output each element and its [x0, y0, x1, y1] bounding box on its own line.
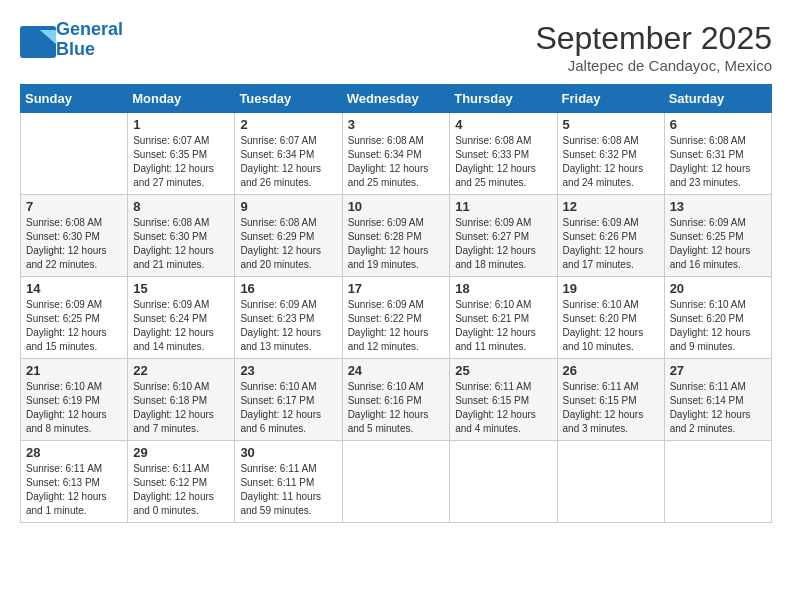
location-subtitle: Jaltepec de Candayoc, Mexico [535, 57, 772, 74]
calendar-cell: 20Sunrise: 6:10 AM Sunset: 6:20 PM Dayli… [664, 277, 771, 359]
day-number: 24 [348, 363, 445, 378]
day-info: Sunrise: 6:07 AM Sunset: 6:34 PM Dayligh… [240, 134, 336, 190]
calendar-cell: 8Sunrise: 6:08 AM Sunset: 6:30 PM Daylig… [128, 195, 235, 277]
calendar-cell: 7Sunrise: 6:08 AM Sunset: 6:30 PM Daylig… [21, 195, 128, 277]
day-info: Sunrise: 6:08 AM Sunset: 6:34 PM Dayligh… [348, 134, 445, 190]
calendar-cell: 12Sunrise: 6:09 AM Sunset: 6:26 PM Dayli… [557, 195, 664, 277]
day-number: 3 [348, 117, 445, 132]
calendar-cell: 10Sunrise: 6:09 AM Sunset: 6:28 PM Dayli… [342, 195, 450, 277]
day-number: 23 [240, 363, 336, 378]
logo: General Blue [20, 20, 123, 60]
day-info: Sunrise: 6:10 AM Sunset: 6:17 PM Dayligh… [240, 380, 336, 436]
day-number: 28 [26, 445, 122, 460]
calendar-table: SundayMondayTuesdayWednesdayThursdayFrid… [20, 84, 772, 523]
header-monday: Monday [128, 85, 235, 113]
calendar-cell: 26Sunrise: 6:11 AM Sunset: 6:15 PM Dayli… [557, 359, 664, 441]
calendar-cell: 9Sunrise: 6:08 AM Sunset: 6:29 PM Daylig… [235, 195, 342, 277]
day-number: 18 [455, 281, 551, 296]
calendar-cell: 23Sunrise: 6:10 AM Sunset: 6:17 PM Dayli… [235, 359, 342, 441]
calendar-cell [21, 113, 128, 195]
day-number: 5 [563, 117, 659, 132]
day-info: Sunrise: 6:09 AM Sunset: 6:25 PM Dayligh… [26, 298, 122, 354]
day-info: Sunrise: 6:09 AM Sunset: 6:24 PM Dayligh… [133, 298, 229, 354]
day-number: 11 [455, 199, 551, 214]
day-number: 15 [133, 281, 229, 296]
day-number: 8 [133, 199, 229, 214]
calendar-cell: 18Sunrise: 6:10 AM Sunset: 6:21 PM Dayli… [450, 277, 557, 359]
calendar-cell [342, 441, 450, 523]
month-title: September 2025 [535, 20, 772, 57]
logo-general: General [56, 19, 123, 39]
day-info: Sunrise: 6:11 AM Sunset: 6:12 PM Dayligh… [133, 462, 229, 518]
day-number: 9 [240, 199, 336, 214]
calendar-cell: 19Sunrise: 6:10 AM Sunset: 6:20 PM Dayli… [557, 277, 664, 359]
calendar-cell: 2Sunrise: 6:07 AM Sunset: 6:34 PM Daylig… [235, 113, 342, 195]
day-info: Sunrise: 6:09 AM Sunset: 6:27 PM Dayligh… [455, 216, 551, 272]
header-tuesday: Tuesday [235, 85, 342, 113]
day-number: 22 [133, 363, 229, 378]
calendar-cell: 11Sunrise: 6:09 AM Sunset: 6:27 PM Dayli… [450, 195, 557, 277]
day-info: Sunrise: 6:09 AM Sunset: 6:22 PM Dayligh… [348, 298, 445, 354]
calendar-cell: 16Sunrise: 6:09 AM Sunset: 6:23 PM Dayli… [235, 277, 342, 359]
calendar-week-row: 7Sunrise: 6:08 AM Sunset: 6:30 PM Daylig… [21, 195, 772, 277]
day-number: 12 [563, 199, 659, 214]
day-number: 2 [240, 117, 336, 132]
day-info: Sunrise: 6:10 AM Sunset: 6:16 PM Dayligh… [348, 380, 445, 436]
calendar-cell: 5Sunrise: 6:08 AM Sunset: 6:32 PM Daylig… [557, 113, 664, 195]
day-info: Sunrise: 6:10 AM Sunset: 6:20 PM Dayligh… [670, 298, 766, 354]
day-number: 10 [348, 199, 445, 214]
header-sunday: Sunday [21, 85, 128, 113]
day-number: 7 [26, 199, 122, 214]
day-info: Sunrise: 6:08 AM Sunset: 6:30 PM Dayligh… [133, 216, 229, 272]
calendar-cell: 6Sunrise: 6:08 AM Sunset: 6:31 PM Daylig… [664, 113, 771, 195]
day-info: Sunrise: 6:08 AM Sunset: 6:33 PM Dayligh… [455, 134, 551, 190]
header-wednesday: Wednesday [342, 85, 450, 113]
day-number: 29 [133, 445, 229, 460]
calendar-week-row: 28Sunrise: 6:11 AM Sunset: 6:13 PM Dayli… [21, 441, 772, 523]
day-info: Sunrise: 6:08 AM Sunset: 6:31 PM Dayligh… [670, 134, 766, 190]
logo-blue: Blue [56, 39, 95, 59]
day-info: Sunrise: 6:11 AM Sunset: 6:13 PM Dayligh… [26, 462, 122, 518]
day-info: Sunrise: 6:09 AM Sunset: 6:25 PM Dayligh… [670, 216, 766, 272]
day-info: Sunrise: 6:09 AM Sunset: 6:28 PM Dayligh… [348, 216, 445, 272]
day-number: 14 [26, 281, 122, 296]
header-saturday: Saturday [664, 85, 771, 113]
calendar-cell: 4Sunrise: 6:08 AM Sunset: 6:33 PM Daylig… [450, 113, 557, 195]
day-number: 27 [670, 363, 766, 378]
calendar-week-row: 14Sunrise: 6:09 AM Sunset: 6:25 PM Dayli… [21, 277, 772, 359]
day-number: 4 [455, 117, 551, 132]
calendar-cell: 29Sunrise: 6:11 AM Sunset: 6:12 PM Dayli… [128, 441, 235, 523]
calendar-cell: 3Sunrise: 6:08 AM Sunset: 6:34 PM Daylig… [342, 113, 450, 195]
calendar-cell [664, 441, 771, 523]
day-number: 19 [563, 281, 659, 296]
calendar-header-row: SundayMondayTuesdayWednesdayThursdayFrid… [21, 85, 772, 113]
calendar-cell: 17Sunrise: 6:09 AM Sunset: 6:22 PM Dayli… [342, 277, 450, 359]
day-info: Sunrise: 6:11 AM Sunset: 6:14 PM Dayligh… [670, 380, 766, 436]
calendar-week-row: 1Sunrise: 6:07 AM Sunset: 6:35 PM Daylig… [21, 113, 772, 195]
calendar-cell: 14Sunrise: 6:09 AM Sunset: 6:25 PM Dayli… [21, 277, 128, 359]
calendar-cell: 15Sunrise: 6:09 AM Sunset: 6:24 PM Dayli… [128, 277, 235, 359]
day-number: 1 [133, 117, 229, 132]
calendar-cell: 30Sunrise: 6:11 AM Sunset: 6:11 PM Dayli… [235, 441, 342, 523]
day-info: Sunrise: 6:11 AM Sunset: 6:11 PM Dayligh… [240, 462, 336, 518]
calendar-cell: 21Sunrise: 6:10 AM Sunset: 6:19 PM Dayli… [21, 359, 128, 441]
calendar-cell: 24Sunrise: 6:10 AM Sunset: 6:16 PM Dayli… [342, 359, 450, 441]
day-info: Sunrise: 6:10 AM Sunset: 6:20 PM Dayligh… [563, 298, 659, 354]
day-number: 25 [455, 363, 551, 378]
day-info: Sunrise: 6:11 AM Sunset: 6:15 PM Dayligh… [563, 380, 659, 436]
day-info: Sunrise: 6:10 AM Sunset: 6:21 PM Dayligh… [455, 298, 551, 354]
calendar-cell [450, 441, 557, 523]
calendar-cell: 1Sunrise: 6:07 AM Sunset: 6:35 PM Daylig… [128, 113, 235, 195]
calendar-cell: 13Sunrise: 6:09 AM Sunset: 6:25 PM Dayli… [664, 195, 771, 277]
day-info: Sunrise: 6:08 AM Sunset: 6:30 PM Dayligh… [26, 216, 122, 272]
header-friday: Friday [557, 85, 664, 113]
calendar-cell: 22Sunrise: 6:10 AM Sunset: 6:18 PM Dayli… [128, 359, 235, 441]
calendar-cell [557, 441, 664, 523]
day-info: Sunrise: 6:08 AM Sunset: 6:29 PM Dayligh… [240, 216, 336, 272]
day-info: Sunrise: 6:11 AM Sunset: 6:15 PM Dayligh… [455, 380, 551, 436]
page-header: General Blue September 2025 Jaltepec de … [20, 20, 772, 74]
logo-icon [20, 26, 52, 54]
day-info: Sunrise: 6:09 AM Sunset: 6:23 PM Dayligh… [240, 298, 336, 354]
day-number: 16 [240, 281, 336, 296]
calendar-cell: 25Sunrise: 6:11 AM Sunset: 6:15 PM Dayli… [450, 359, 557, 441]
